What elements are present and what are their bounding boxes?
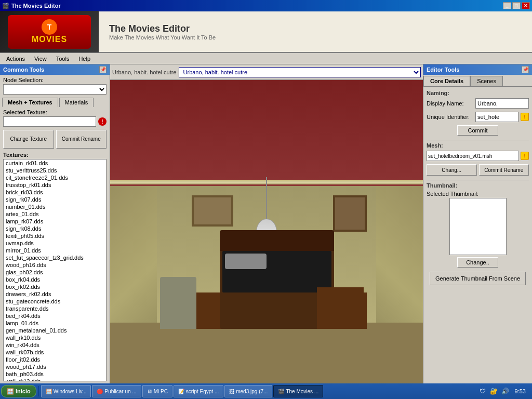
close-button[interactable]: ✕ [522,2,530,9]
list-item[interactable]: lamp_rk07.dds [4,218,106,225]
menu-actions[interactable]: Actions [2,55,29,63]
scene-floor [110,323,423,383]
left-panel-pin-icon[interactable]: 📌 [99,66,107,73]
app-subtitle: Make The Movies What You Want It To Be [109,34,216,41]
list-item[interactable]: mirror_01.dds [4,247,106,254]
list-item[interactable]: box_rk04.dds [4,276,106,283]
list-item[interactable]: wall_rk07b.dds [4,349,106,356]
list-item[interactable]: drawers_rk02.dds [4,290,106,298]
textures-list[interactable]: curtain_rk01.ddsstu_verittruss25.ddscit_… [3,159,107,381]
divider-1 [427,140,529,140]
viewport-path-dropdown[interactable]: Urbano, habit. hotel cutre [179,67,421,77]
title-bar-buttons[interactable]: _ □ ✕ [503,2,530,9]
taskbar-volume-icon: 🔊 [500,386,511,396]
tab-mesh-textures[interactable]: Mesh + Textures [2,98,58,107]
center-viewport: Urbano, habit. hotel cutre Urbano, habit… [110,64,423,383]
list-item[interactable]: trusstop_rk01.dds [4,181,106,189]
list-item[interactable]: stu_gateconcrete.dds [4,298,106,305]
unique-id-row: Unique Identifier: ! [427,112,529,122]
mesh-warning-icon: ! [521,152,529,160]
texture-error-icon: ! [98,117,107,126]
logo-area: T MOVIES [0,11,99,52]
list-item[interactable]: cit_stonefreeze2_01.dds [4,174,106,181]
list-item[interactable]: wood_ph17.dds [4,363,106,370]
generate-thumbnail-button[interactable]: Generate Thumbnail From Scene [430,272,526,285]
texture-input[interactable] [3,116,96,127]
list-item[interactable]: bed_rk04.dds [4,312,106,320]
taskbar-label-script: script Egypt ... [186,389,219,394]
list-item[interactable]: wall_rk10.dds [4,334,106,341]
tab-scenes[interactable]: Scenes [470,76,503,86]
scene-view [110,80,423,383]
list-item[interactable]: lamp_01.dds [4,320,106,327]
list-item[interactable]: texiti_ph05.dds [4,232,106,240]
right-panel-pin-icon[interactable]: 📌 [522,66,529,73]
change-texture-button[interactable]: Change Texture [3,130,54,149]
list-item[interactable]: glas_ph02.dds [4,269,106,276]
unique-id-input[interactable] [475,112,518,122]
menu-bar: Actions View Tools Help [0,53,532,64]
list-item[interactable]: floor_it02.dds [4,356,106,363]
selected-thumbnail-label: Selected Thumbnail: [427,191,529,197]
header-text: The Movies Editor Make The Movies What Y… [99,18,226,46]
thumbnail-preview [449,198,507,255]
taskbar-right: 🛡 🔐 🔊 9:53 [477,386,531,396]
taskbar-item-mipc[interactable]: 🖥 Mi PC [142,385,172,397]
change-thumbnail-button[interactable]: Change.. [457,257,498,268]
tab-materials[interactable]: Materials [59,98,94,107]
list-item[interactable]: brick_rk03.dds [4,189,106,196]
list-item[interactable]: curtain_rk01.dds [4,159,106,167]
change-mesh-button[interactable]: Chang... [427,164,477,176]
list-item[interactable]: wall_rk12.dds [4,378,106,381]
list-item[interactable]: bath_ph03.dds [4,370,106,378]
taskbar-label-publicar: Publicar un ... [104,389,136,394]
commit-rename-mesh-button[interactable]: Commit Rename [479,164,529,176]
viewport-top-bar: Urbano, habit. hotel cutre Urbano, habit… [110,64,423,80]
list-item[interactable]: sign_rk07.dds [4,196,106,203]
menu-help[interactable]: Help [74,55,95,63]
unique-id-label: Unique Identifier: [427,114,473,120]
left-panel-header: Common Tools 📌 [0,64,110,75]
display-name-row: Display Name: [427,98,529,109]
texture-input-row: ! [0,116,110,129]
start-button[interactable]: 🪟 Inicio [1,385,36,397]
taskbar-item-script[interactable]: 📝 script Egypt ... [174,385,223,397]
title-bar: 🎬 The Movies Editor _ □ ✕ [0,0,532,11]
display-name-label: Display Name: [427,100,473,107]
thumbnail-section-label: Thumbnail: [427,182,529,189]
list-item[interactable]: number_01.dds [4,203,106,210]
taskbar-icon-script: 📝 [178,389,184,394]
list-item[interactable]: wood_ph16.dds [4,261,106,269]
scene-chair [160,277,196,329]
list-item[interactable]: box_rk02.dds [4,283,106,290]
list-item[interactable]: sign_rk08.dds [4,225,106,232]
list-item[interactable]: gen_metalpanel_01.dds [4,327,106,334]
bed-headboard [220,230,334,251]
list-item[interactable]: set_fut_spacecor_tz3_grid.dds [4,254,106,261]
maximize-button[interactable]: □ [512,2,521,9]
tab-core-details[interactable]: Core Details [423,76,470,86]
commit-rename-button-left[interactable]: Commit Rename [56,130,107,149]
start-icon: 🪟 [7,388,14,395]
header: T MOVIES The Movies Editor Make The Movi… [0,11,532,53]
taskbar-item-publicar[interactable]: 🔴 Publicar un ... [92,385,141,397]
list-item[interactable]: artex_01.dds [4,210,106,218]
viewport-path-dropdown-wrapper: Urbano, habit. hotel cutre [179,67,421,77]
taskbar-item-med3[interactable]: 🖼 med3.jpg (7... [224,385,272,397]
taskbar-icon-publicar: 🔴 [97,389,103,394]
taskbar-security-icon: 🔐 [489,386,499,396]
taskbar-item-windows-live[interactable]: 🪟 Windows Liv... [41,385,91,397]
commit-button[interactable]: Commit [457,125,499,136]
display-name-input[interactable] [475,98,529,109]
node-selection-dropdown[interactable] [3,84,107,95]
divider-2 [427,180,529,180]
menu-view[interactable]: View [30,55,51,63]
menu-tools[interactable]: Tools [52,55,74,63]
minimize-button[interactable]: _ [503,2,511,9]
taskbar-item-movies[interactable]: 🎬 The Movies ... [273,385,323,397]
mesh-input[interactable] [427,151,519,161]
list-item[interactable]: uvmap.dds [4,240,106,247]
list-item[interactable]: stu_verittruss25.dds [4,167,106,174]
list-item[interactable]: win_rk04.dds [4,341,106,349]
list-item[interactable]: transparente.dds [4,305,106,312]
